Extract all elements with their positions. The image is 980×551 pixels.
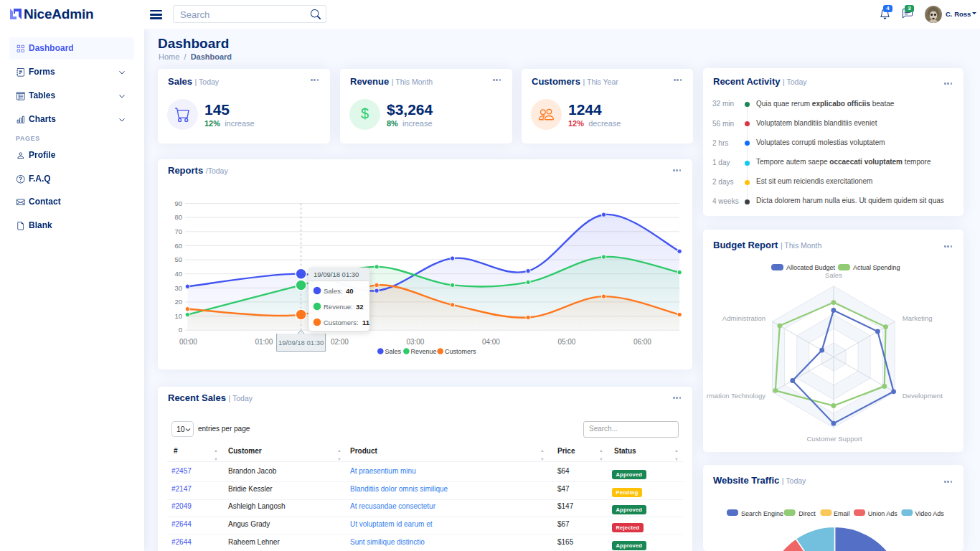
svg-text:0: 0: [179, 326, 182, 334]
svg-text:10: 10: [174, 312, 182, 320]
svg-text:03:00: 03:00: [406, 338, 424, 346]
svg-text:90: 90: [174, 199, 182, 207]
svg-text:32: 32: [356, 303, 364, 311]
svg-text:Marketing: Marketing: [903, 314, 933, 322]
svg-text:40: 40: [346, 287, 354, 295]
svg-text:Sales: Sales: [385, 348, 402, 355]
svg-text:40: 40: [174, 270, 182, 278]
svg-text:50: 50: [174, 255, 182, 263]
svg-text:00:00: 00:00: [179, 338, 197, 346]
svg-text:Administration: Administration: [722, 314, 765, 322]
svg-text:06:00: 06:00: [633, 338, 651, 346]
svg-text:30: 30: [174, 284, 182, 292]
svg-text:Video Ads: Video Ads: [915, 510, 944, 517]
svg-text:01:00: 01:00: [255, 338, 273, 346]
svg-text:Revenue:: Revenue:: [324, 303, 353, 311]
svg-text:60: 60: [174, 242, 182, 250]
svg-text:20: 20: [174, 298, 182, 306]
svg-text:Actual Spending: Actual Spending: [853, 264, 900, 271]
svg-text:11: 11: [362, 319, 370, 326]
svg-text:05:00: 05:00: [557, 338, 575, 346]
svg-text:Allocated Budget: Allocated Budget: [786, 264, 836, 271]
svg-text:19/09/18 01:30: 19/09/18 01:30: [314, 270, 359, 278]
svg-text:Customer Support: Customer Support: [806, 435, 862, 443]
svg-text:Customers:: Customers:: [324, 319, 359, 326]
svg-text:Email: Email: [834, 510, 850, 517]
svg-text:Sales: Sales: [825, 271, 842, 279]
svg-text:04:00: 04:00: [482, 338, 500, 346]
svg-text:Revenue: Revenue: [411, 348, 437, 355]
svg-text:70: 70: [174, 227, 182, 235]
svg-text:19/09/18 01:30: 19/09/18 01:30: [278, 339, 324, 347]
svg-text:Development: Development: [903, 392, 943, 400]
svg-text:Sales:: Sales:: [324, 287, 342, 295]
svg-text:Customers: Customers: [445, 348, 476, 355]
svg-text:Union Ads: Union Ads: [868, 510, 898, 517]
svg-text:Search Engine: Search Engine: [741, 510, 783, 517]
svg-text:80: 80: [174, 213, 182, 221]
svg-text:rmation Technology: rmation Technology: [707, 392, 765, 400]
svg-text:Direct: Direct: [798, 510, 816, 517]
svg-text:02:00: 02:00: [331, 338, 349, 346]
